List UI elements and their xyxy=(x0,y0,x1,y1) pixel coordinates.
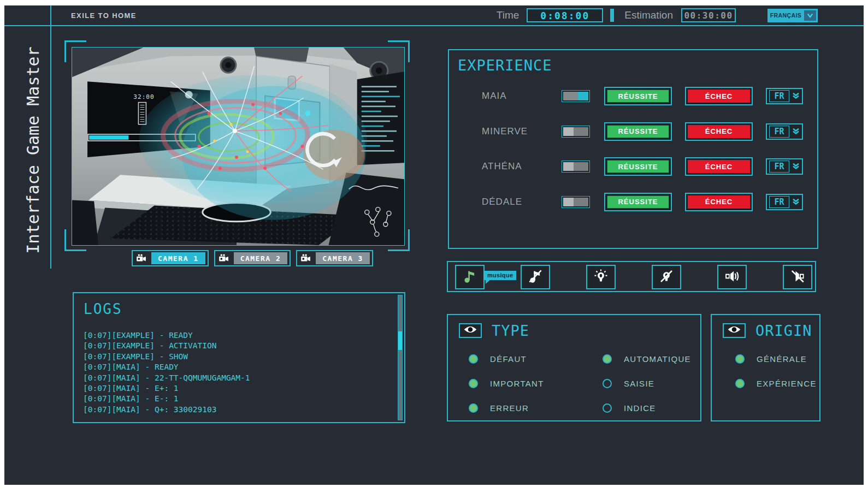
radio-button[interactable] xyxy=(735,379,745,388)
light-on-icon xyxy=(593,268,609,287)
timer-separator xyxy=(610,9,614,22)
option-label: DÉFAUT xyxy=(490,354,527,364)
option-label: GÉNÉRALE xyxy=(757,354,807,364)
log-entry: [0:07][MAIA] - 22-TT-QQMUMUGAMGAM-1 xyxy=(83,373,250,383)
maia-reussite-button[interactable]: RÉUSSITE xyxy=(604,87,672,105)
video-camera-icon xyxy=(299,253,312,264)
minerve-reussite-button[interactable]: RÉUSSITE xyxy=(604,122,672,141)
eye-icon xyxy=(463,325,477,336)
camera-viewport: 32:00 xyxy=(64,40,410,251)
game-master-app: EXILE TO HOME Time 0:08:00 Estimation 00… xyxy=(4,5,864,485)
light-off-button[interactable] xyxy=(652,265,681,289)
radio-button[interactable] xyxy=(603,403,612,413)
radio-button[interactable] xyxy=(603,379,612,388)
echec-button-label: ÉCHEC xyxy=(688,195,750,209)
origin-option-generale: GÉNÉRALE xyxy=(735,354,817,364)
camera-button-camera-1[interactable]: CAMERA 1 xyxy=(132,250,209,266)
sound-on-button[interactable] xyxy=(717,265,747,289)
radio-button[interactable] xyxy=(469,354,478,364)
type-option-saisie: SAISIE xyxy=(603,379,691,388)
maia-toggle[interactable] xyxy=(562,90,590,102)
radio-button[interactable] xyxy=(469,403,478,413)
athena-echec-button[interactable]: ÉCHEC xyxy=(685,157,753,176)
log-entry: [0:07][EXAMPLE] - ACTIVATION xyxy=(83,341,250,351)
toggle-track xyxy=(563,162,574,171)
sound-off-button[interactable] xyxy=(783,265,812,289)
language-value: FR xyxy=(769,196,789,208)
chevron-down-icon xyxy=(792,162,800,171)
maia-echec-button[interactable]: ÉCHEC xyxy=(685,87,753,105)
music-on-button[interactable] xyxy=(455,265,485,289)
radio-button[interactable] xyxy=(735,354,745,364)
minerve-language-dropdown[interactable]: FR xyxy=(766,123,803,140)
type-option-important: IMPORTANT xyxy=(469,379,603,388)
language-selector-label: FRANÇAIS xyxy=(767,12,804,19)
logs-title: LOGS xyxy=(84,301,122,317)
dedale-toggle[interactable] xyxy=(562,196,590,208)
athena-reussite-button[interactable]: RÉUSSITE xyxy=(604,157,672,176)
minerve-toggle[interactable] xyxy=(562,126,590,138)
camera-button-label: CAMERA 2 xyxy=(234,252,288,264)
language-selector[interactable]: FRANÇAIS xyxy=(767,9,818,22)
reussite-button-label: RÉUSSITE xyxy=(607,195,669,209)
chevron-down-icon xyxy=(792,127,800,136)
experience-row-athena: ATHÉNARÉUSSITEÉCHECFR xyxy=(449,149,817,185)
eye-icon xyxy=(727,325,741,336)
chevron-down-icon xyxy=(804,10,816,21)
athena-toggle[interactable] xyxy=(562,161,590,173)
type-visibility-button[interactable] xyxy=(459,323,482,338)
type-options: DÉFAUTIMPORTANTERREURAUTOMATIQUESAISIEIN… xyxy=(469,347,691,420)
minerve-echec-button[interactable]: ÉCHEC xyxy=(685,122,753,141)
camera-button-camera-2[interactable]: CAMERA 2 xyxy=(214,250,291,266)
origin-filter-panel: ORIGIN GÉNÉRALEEXPÉRIENCE xyxy=(711,314,820,421)
light-on-button[interactable] xyxy=(586,265,616,289)
dedale-reussite-button[interactable]: RÉUSSITE xyxy=(604,193,672,211)
reussite-button-label: RÉUSSITE xyxy=(607,125,669,138)
language-value: FR xyxy=(769,161,789,173)
reussite-button-label: RÉUSSITE xyxy=(607,90,669,103)
musique-tooltip: musique xyxy=(484,271,516,280)
music-note-off-icon xyxy=(527,268,544,287)
reussite-button-label: RÉUSSITE xyxy=(607,160,669,173)
log-entry: [0:07][MAIA] - Q+: 330029103 xyxy=(83,405,250,415)
maia-language-dropdown[interactable]: FR xyxy=(766,88,803,104)
app-title-vertical: Interface Game Master xyxy=(10,27,56,273)
type-option-erreur: ERREUR xyxy=(469,403,603,413)
log-entry: [0:07][EXAMPLE] - READY xyxy=(83,330,250,341)
music-off-button[interactable] xyxy=(521,265,550,289)
radio-button[interactable] xyxy=(469,379,478,388)
estimation-label: Estimation xyxy=(624,9,673,21)
language-value: FR xyxy=(769,90,789,102)
camera-feed-scene: 32:00 xyxy=(72,47,404,245)
dedale-echec-button[interactable]: ÉCHEC xyxy=(685,193,753,211)
logs-scrollbar[interactable] xyxy=(398,295,403,420)
toggle-knob xyxy=(574,127,588,136)
top-bar: EXILE TO HOME Time 0:08:00 Estimation 00… xyxy=(4,5,864,26)
dedale-language-dropdown[interactable]: FR xyxy=(766,194,803,210)
time-value: 0:08:00 xyxy=(540,10,589,21)
time-label: Time xyxy=(497,9,519,21)
experience-name: MINERVE xyxy=(482,126,562,137)
radio-button[interactable] xyxy=(603,354,612,364)
origin-visibility-button[interactable] xyxy=(723,323,746,338)
camera-button-row: CAMERA 1CAMERA 2CAMERA 3 xyxy=(132,250,373,266)
experience-name: ATHÉNA xyxy=(482,161,562,172)
camera-button-camera-3[interactable]: CAMERA 3 xyxy=(296,250,373,266)
type-panel-header: TYPE xyxy=(459,322,529,339)
option-label: INDICE xyxy=(624,403,656,413)
chevron-down-icon xyxy=(792,91,800,101)
toggle-track xyxy=(563,127,574,136)
log-entry: [0:07][EXAMPLE] - SHOW xyxy=(83,352,250,362)
log-entry: [0:07][MAIA] - E-: 1 xyxy=(83,394,250,404)
origin-title: ORIGIN xyxy=(755,322,812,339)
option-label: ERREUR xyxy=(490,403,529,413)
experience-row-dedale: DÉDALERÉUSSITEÉCHECFR xyxy=(449,185,817,220)
type-option-defaut: DÉFAUT xyxy=(469,354,603,364)
experience-row-maia: MAIARÉUSSITEÉCHECFR xyxy=(449,79,817,114)
athena-language-dropdown[interactable]: FR xyxy=(766,158,803,175)
camera-button-label: CAMERA 1 xyxy=(151,252,205,264)
sound-off-icon xyxy=(789,268,806,287)
origin-options: GÉNÉRALEEXPÉRIENCE xyxy=(735,347,817,396)
option-label: IMPORTANT xyxy=(490,379,544,388)
logs-scrollbar-thumb[interactable] xyxy=(398,331,402,350)
